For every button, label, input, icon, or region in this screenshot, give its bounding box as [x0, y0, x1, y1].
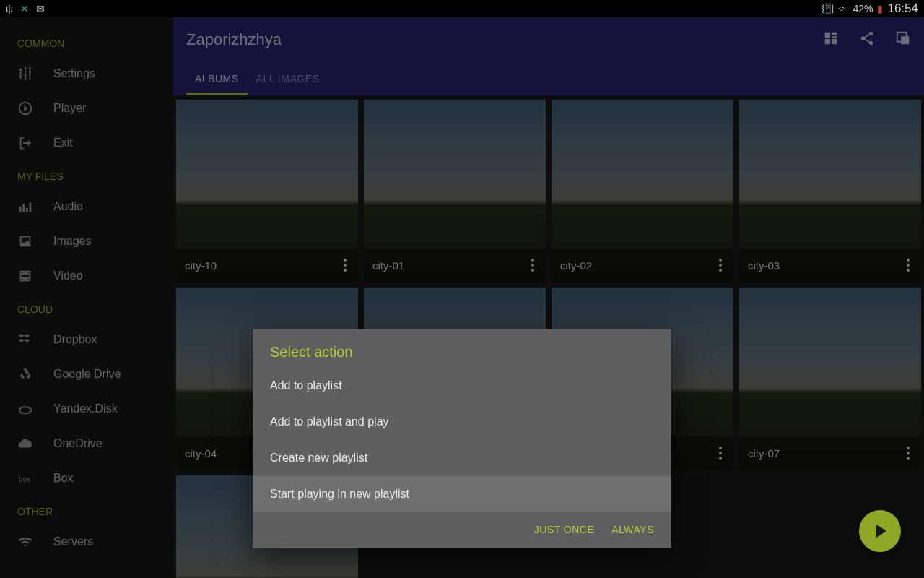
svg-point-12 — [19, 407, 32, 413]
wifi-icon: ᯤ — [838, 3, 848, 14]
sidebar-item-onedrive[interactable]: OneDrive — [0, 426, 173, 461]
dialog-title: Select action — [253, 329, 671, 368]
svg-rect-8 — [19, 207, 22, 212]
sidebar-item-label: Settings — [53, 67, 95, 80]
svg-rect-7 — [30, 73, 31, 80]
svg-rect-6 — [30, 67, 31, 71]
sidebar-item-label: OneDrive — [53, 437, 103, 450]
battery-icon: ▮ — [877, 3, 883, 14]
image-icon — [17, 233, 33, 249]
sidebar-item-settings[interactable]: Settings — [0, 56, 173, 91]
dialog-always[interactable]: ALWAYS — [611, 524, 654, 535]
header: Zaporizhzhya ALBUMS ALL IMAGES — [173, 17, 924, 95]
album-name: city-02 — [560, 259, 592, 272]
album-name: city-07 — [748, 447, 780, 460]
sidebar-item-servers[interactable]: Servers — [0, 525, 173, 559]
album-name: city-01 — [372, 259, 404, 272]
more-icon[interactable] — [904, 444, 912, 462]
section-other: OTHER — [0, 496, 173, 525]
sidebar-item-exit[interactable]: Exit — [0, 126, 173, 160]
album-name: city-04 — [185, 447, 217, 460]
sidebar-item-player[interactable]: Player — [0, 91, 173, 126]
svg-rect-18 — [832, 39, 837, 44]
dialog-option[interactable]: Start playing in new playlist — [253, 476, 671, 512]
sidebar-item-label: Google Drive — [53, 368, 121, 381]
box-icon: box — [17, 470, 33, 486]
app-icon: ✕ — [20, 3, 29, 14]
sidebar-item-label: Exit — [53, 137, 73, 150]
album-card[interactable]: city-10 — [176, 100, 358, 282]
page-title: Zaporizhzhya — [186, 30, 282, 49]
sidebar: COMMON Settings Player Exit MY FILES Aud… — [0, 17, 173, 578]
cloud-icon — [17, 436, 33, 452]
sidebar-item-audio[interactable]: Audio — [0, 189, 173, 224]
select-action-dialog: Select action Add to playlistAdd to play… — [253, 329, 671, 548]
status-bar: ψ ✕ ✉ 📳 ᯤ 42% ▮ 16:54 — [0, 0, 924, 17]
svg-rect-23 — [901, 36, 909, 44]
album-card[interactable]: city-01 — [364, 100, 546, 282]
vibrate-icon: 📳 — [821, 3, 834, 14]
tab-all-images[interactable]: ALL IMAGES — [248, 63, 328, 95]
svg-point-5 — [29, 70, 32, 73]
sidebar-item-box[interactable]: box Box — [0, 461, 173, 496]
section-cloud: CLOUD — [0, 293, 173, 322]
more-icon[interactable] — [904, 256, 912, 275]
svg-point-0 — [19, 69, 22, 72]
sidebar-item-label: Images — [53, 235, 91, 248]
sidebar-item-label: Dropbox — [53, 333, 97, 346]
usb-icon: ψ — [6, 3, 13, 14]
googledrive-icon — [17, 366, 33, 382]
share-button[interactable] — [859, 30, 875, 49]
sidebar-item-label: Yandex.Disk — [53, 402, 118, 415]
svg-point-19 — [869, 32, 873, 36]
svg-rect-14 — [825, 33, 830, 38]
film-icon — [17, 268, 33, 284]
dropbox-icon — [17, 332, 33, 348]
dialog-option[interactable]: Add to playlist and play — [253, 404, 671, 440]
wifi-icon — [17, 534, 33, 550]
sidebar-item-label: Audio — [53, 200, 83, 213]
more-icon[interactable] — [528, 256, 537, 275]
tab-albums[interactable]: ALBUMS — [186, 63, 248, 95]
album-card[interactable]: city-03 — [739, 100, 921, 282]
album-card[interactable]: city-02 — [552, 100, 733, 282]
svg-rect-1 — [20, 71, 22, 79]
play-circle-icon — [17, 100, 33, 116]
sidebar-item-video[interactable]: Video — [0, 259, 173, 293]
svg-rect-17 — [825, 39, 830, 44]
svg-text:box: box — [19, 475, 30, 483]
sidebar-item-label: Box — [53, 472, 74, 485]
more-icon[interactable] — [341, 256, 349, 275]
svg-point-20 — [861, 36, 866, 40]
dialog-just-once[interactable]: JUST ONCE — [534, 524, 595, 535]
select-button[interactable] — [895, 30, 911, 49]
album-card[interactable]: city-07 — [739, 288, 921, 470]
sidebar-item-yandexdisk[interactable]: Yandex.Disk — [0, 392, 173, 426]
more-icon[interactable] — [716, 444, 725, 462]
play-fab[interactable] — [859, 510, 901, 552]
sidebar-item-label: Video — [53, 269, 83, 282]
svg-rect-9 — [22, 204, 25, 212]
svg-point-2 — [24, 74, 27, 77]
sidebar-item-images[interactable]: Images — [0, 224, 173, 259]
svg-rect-16 — [832, 36, 837, 38]
exit-icon — [17, 135, 33, 151]
more-icon[interactable] — [716, 256, 725, 275]
sliders-icon — [17, 66, 33, 82]
svg-rect-4 — [25, 77, 26, 81]
battery-pct: 42% — [853, 3, 873, 14]
album-name: city-03 — [748, 259, 780, 272]
view-mode-button[interactable] — [823, 30, 839, 49]
sidebar-item-dropbox[interactable]: Dropbox — [0, 322, 173, 357]
section-common: COMMON — [0, 27, 173, 56]
svg-rect-10 — [26, 208, 28, 212]
mail-icon: ✉ — [36, 3, 45, 14]
dialog-option[interactable]: Add to playlist — [253, 368, 671, 404]
yandex-icon — [17, 401, 33, 417]
dialog-option[interactable]: Create new playlist — [253, 440, 671, 476]
sidebar-item-googledrive[interactable]: Google Drive — [0, 357, 173, 392]
sidebar-item-label: Player — [53, 102, 86, 115]
svg-rect-15 — [832, 33, 837, 35]
svg-rect-11 — [30, 203, 32, 212]
section-myfiles: MY FILES — [0, 160, 173, 189]
